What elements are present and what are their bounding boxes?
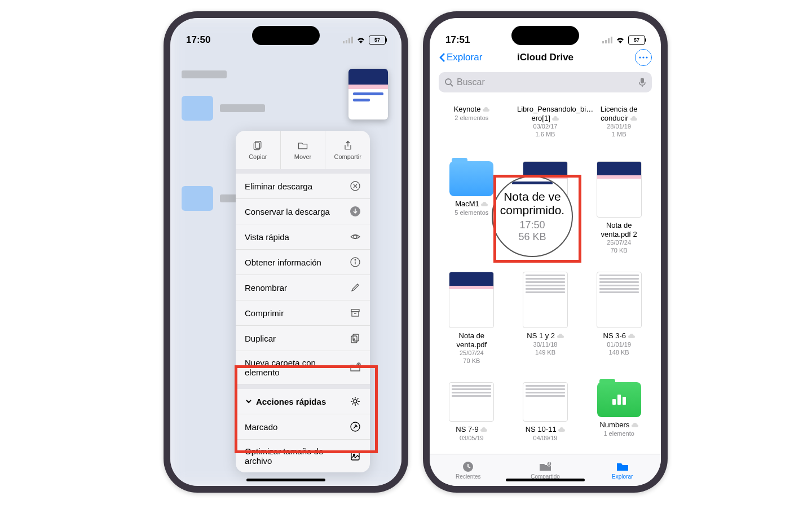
- ellipsis-icon: [639, 56, 648, 59]
- dynamic-island: [511, 26, 579, 45]
- doc-thumbnail: [597, 272, 642, 328]
- svg-point-27: [445, 79, 451, 85]
- file-item-numbers[interactable]: Numbers 1 elemento: [585, 379, 653, 455]
- file-item-ns12[interactable]: NS 1 y 2 30/11/18 149 KB: [511, 268, 580, 379]
- svg-rect-0: [343, 41, 345, 43]
- quick-actions-header[interactable]: Acciones rápidas: [236, 389, 370, 414]
- file-item-licencia[interactable]: Licencia de conducir 28/01/19 1 MB: [585, 98, 653, 158]
- chevron-down-icon: [245, 397, 253, 405]
- cloud-icon: [552, 116, 559, 121]
- menu-row-get-info[interactable]: Obtener información: [236, 250, 370, 275]
- menu-row-optimize-size[interactable]: Optimizar tamaño de archivo: [236, 440, 370, 472]
- tab-browse[interactable]: Explorar: [584, 454, 661, 486]
- file-item-ns36[interactable]: NS 3-6 01/01/19 148 KB: [585, 268, 653, 379]
- file-item-ns1011[interactable]: NS 10-11 04/09/19: [511, 379, 580, 455]
- menu-row-rename[interactable]: Renombrar: [236, 275, 370, 300]
- file-grid[interactable]: Keynote 2 elementos Libro_Pensandolo_bi……: [430, 98, 661, 455]
- svg-point-19: [354, 454, 355, 456]
- folder-icon: [615, 461, 630, 473]
- menu-row-new-folder[interactable]: Nueva carpeta con elemento: [236, 351, 370, 384]
- duplicate-icon: [350, 333, 361, 344]
- remove-icon: [350, 180, 361, 192]
- pdf-thumbnail: [449, 272, 494, 328]
- optimize-icon: [350, 450, 361, 462]
- pdf-thumbnail: [597, 161, 642, 218]
- svg-point-24: [639, 56, 641, 58]
- svg-point-26: [646, 56, 647, 58]
- menu-row-compress[interactable]: Comprimir: [236, 300, 370, 326]
- svg-rect-28: [641, 78, 644, 83]
- svg-rect-21: [605, 40, 607, 43]
- battery-icon: 57: [628, 36, 645, 45]
- search-field[interactable]: Buscar: [439, 72, 652, 92]
- signal-icon: [343, 37, 353, 43]
- cloud-icon: [630, 116, 637, 121]
- file-item-nota2[interactable]: Nota de venta.pdf 2 25/07/24 70 KB: [585, 158, 653, 268]
- home-indicator[interactable]: [506, 479, 585, 481]
- pencil-icon: [350, 282, 361, 293]
- folder-plus-icon: [350, 362, 361, 373]
- eye-icon: [350, 231, 361, 242]
- tab-recents[interactable]: Recientes: [430, 454, 507, 486]
- screen-left: 17:50 57 Copiar Mover: [170, 18, 401, 486]
- markup-icon: [350, 421, 361, 432]
- cloud-icon: [480, 427, 487, 432]
- dynamic-island: [252, 26, 320, 45]
- menu-row-duplicate[interactable]: Duplicar: [236, 326, 370, 351]
- cloud-icon: [481, 202, 488, 207]
- doc-thumbnail: [523, 382, 568, 422]
- copy-icon: [251, 140, 264, 151]
- status-time: 17:50: [186, 34, 210, 46]
- phone-frame-right: 17:51 57 Explorar iCloud Drive Buscar: [423, 11, 668, 493]
- menu-row-markup[interactable]: Marcado: [236, 414, 370, 440]
- battery-icon: 57: [369, 36, 386, 45]
- svg-rect-12: [352, 312, 359, 316]
- svg-point-16: [354, 400, 357, 403]
- svg-rect-1: [346, 40, 347, 43]
- shared-folder-icon: [538, 461, 553, 473]
- folder-icon: [449, 161, 493, 196]
- file-item-nota[interactable]: Nota de venta.pdf 25/07/24 70 KB: [438, 268, 506, 379]
- context-menu: Copiar Mover Compartir Eliminar descarga…: [236, 131, 370, 472]
- share-button[interactable]: Compartir: [325, 131, 370, 169]
- cloud-icon: [632, 423, 638, 428]
- cloud-icon: [628, 334, 635, 339]
- svg-point-31: [549, 462, 550, 464]
- copy-button[interactable]: Copiar: [236, 131, 281, 169]
- search-placeholder: Buscar: [457, 77, 485, 87]
- signal-icon: [602, 37, 612, 43]
- gear-icon[interactable]: [350, 396, 361, 407]
- share-icon: [342, 140, 354, 151]
- file-item-libro[interactable]: Libro_Pensandolo_bi…ero[1] 03/02/17 1.6 …: [511, 98, 580, 158]
- screen-right: 17:51 57 Explorar iCloud Drive Buscar: [430, 18, 661, 486]
- wifi-icon: [616, 37, 625, 43]
- download-icon: [350, 206, 361, 217]
- status-time: 17:51: [445, 34, 470, 46]
- file-item-ns79[interactable]: NS 7-9 03/05/19: [438, 379, 506, 455]
- cloud-icon: [557, 334, 564, 339]
- svg-rect-22: [608, 38, 610, 43]
- move-button[interactable]: Mover: [281, 131, 326, 169]
- search-icon: [444, 78, 453, 87]
- svg-rect-23: [611, 37, 612, 43]
- clock-icon: [461, 461, 475, 473]
- svg-rect-20: [602, 41, 604, 43]
- svg-point-8: [354, 235, 357, 238]
- svg-rect-2: [348, 38, 350, 43]
- mic-icon[interactable]: [638, 77, 646, 87]
- home-indicator[interactable]: [246, 479, 325, 481]
- cloud-icon: [483, 107, 489, 112]
- menu-row-quick-look[interactable]: Vista rápida: [236, 224, 370, 250]
- annotation-magnifier: Nota de ve comprimido. 17:50 56 KB: [492, 176, 573, 257]
- menu-row-keep-download[interactable]: Conservar la descarga: [236, 199, 370, 224]
- file-item-keynote[interactable]: Keynote 2 elementos: [438, 98, 506, 158]
- menu-row-remove-download[interactable]: Eliminar descarga: [236, 174, 370, 199]
- wifi-icon: [356, 37, 365, 43]
- archive-icon: [350, 307, 361, 318]
- doc-thumbnail: [449, 382, 494, 422]
- folder-icon: [597, 382, 641, 417]
- info-icon: [350, 256, 361, 268]
- cloud-icon: [558, 427, 565, 432]
- phone-frame-left: 17:50 57 Copiar Mover: [164, 11, 408, 493]
- selected-file-thumbnail[interactable]: [348, 69, 388, 119]
